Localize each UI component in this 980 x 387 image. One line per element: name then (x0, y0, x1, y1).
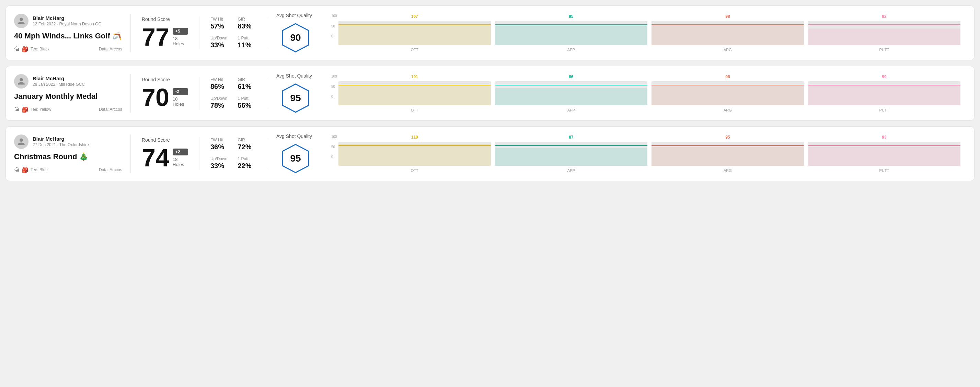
bag-icon: 🎒 (22, 167, 29, 173)
chart-axis-ott: OTT (411, 48, 418, 52)
chart-col-app: 95 APP (495, 14, 648, 52)
y-label-100: 100 (331, 135, 337, 139)
score-number: 74 (142, 146, 169, 170)
chart-bar-container-app (495, 81, 648, 105)
quality-score: 90 (290, 32, 301, 43)
tee-info: 🌤 🎒 Tee: Blue (14, 167, 48, 173)
footer-info: 🌤 🎒 Tee: Blue Data: Arccos (14, 167, 122, 173)
chart-y-labels: 100 50 0 (331, 14, 337, 38)
tee-info: 🌤 🎒 Tee: Yellow (14, 106, 51, 113)
fw-hit-value: 57% (210, 22, 230, 30)
chart-val-ott: 107 (411, 14, 418, 19)
chart-line-app (495, 24, 648, 25)
score-holes: 18 Holes (173, 36, 188, 46)
stats-section: FW Hit 86% GIR 61% Up/Down 78% 1 Putt 56… (199, 77, 268, 109)
quality-section: Avg Shot Quality 90 (268, 13, 323, 53)
chart-bar-container-ott (339, 21, 491, 45)
chart-axis-app: APP (567, 108, 575, 112)
chart-col-putt: 99 PUTT (808, 75, 961, 112)
chart-bar-fill-arg (652, 25, 804, 45)
chart-bar-bg-arg (652, 21, 804, 45)
y-label-100: 100 (331, 75, 337, 78)
quality-section: Avg Shot Quality 95 (268, 133, 323, 174)
chart-val-putt: 99 (882, 75, 886, 79)
user-name: Blair McHarg (33, 76, 85, 81)
chart-bar-fill-app (495, 88, 648, 105)
footer-info: 🌤 🎒 Tee: Black Data: Arccos (14, 46, 122, 52)
date-course: 29 Jan 2022 · Mill Ride GCC (33, 82, 85, 87)
score-holes: 18 Holes (173, 97, 188, 107)
fw-hit-stat: FW Hit 57% (210, 17, 230, 30)
updown-stat: Up/Down 78% (210, 96, 230, 109)
gir-value: 61% (238, 82, 257, 90)
score-badge: +5 (173, 28, 188, 35)
chart-bar-container-arg (652, 142, 804, 166)
chart-axis-putt: PUTT (880, 48, 889, 52)
chart-val-arg: 95 (725, 135, 730, 140)
chart-bar-fill-app (495, 148, 648, 166)
chart-bar-container-putt (808, 21, 961, 45)
footer-info: 🌤 🎒 Tee: Yellow Data: Arccos (14, 106, 122, 113)
chart-bar-fill-putt (808, 147, 961, 166)
chart-val-ott: 110 (411, 135, 418, 140)
chart-columns: 110 OTT 87 APP (339, 135, 961, 173)
putt1-value: 22% (238, 162, 257, 170)
user-name: Blair McHarg (33, 136, 89, 142)
data-source: Data: Arccos (99, 167, 122, 172)
chart-val-app: 86 (569, 75, 573, 79)
putt1-stat: 1 Putt 11% (238, 36, 257, 49)
round-card-round-3: Blair McHarg 27 Dec 2021 · The Oxfordshi… (5, 126, 975, 181)
left-section: Blair McHarg 12 Feb 2022 · Royal North D… (14, 14, 131, 52)
chart-axis-arg: ARG (724, 168, 732, 173)
chart-axis-arg: ARG (724, 48, 732, 52)
round-card-round-1: Blair McHarg 12 Feb 2022 · Royal North D… (5, 5, 975, 60)
chart-line-app (495, 85, 648, 86)
chart-val-ott: 101 (411, 75, 418, 79)
chart-axis-putt: PUTT (880, 168, 889, 173)
chart-col-arg: 98 ARG (652, 14, 804, 52)
quality-label: Avg Shot Quality (276, 133, 312, 139)
chart-col-putt: 82 PUTT (808, 14, 961, 52)
chart-bar-container-arg (652, 81, 804, 105)
chart-bar-fill-putt (808, 86, 961, 105)
chart-line-arg (652, 85, 804, 86)
chart-val-putt: 93 (882, 135, 886, 140)
updown-value: 33% (210, 162, 230, 170)
user-info: Blair McHarg 12 Feb 2022 · Royal North D… (14, 14, 122, 28)
chart-bar-container-app (495, 21, 648, 45)
quality-score: 95 (290, 153, 301, 164)
putt1-stat: 1 Putt 22% (238, 157, 257, 170)
chart-y-labels: 100 50 0 (331, 75, 337, 98)
y-label-0: 0 (331, 34, 337, 38)
chart-line-app (495, 145, 648, 146)
bag-icon: 🎒 (22, 106, 29, 113)
chart-bar-fill-ott (339, 85, 491, 105)
chart-line-ott (339, 145, 491, 146)
score-label: Round Score (142, 16, 188, 22)
chart-bar-fill-app (495, 26, 648, 45)
chart-bar-bg-app (495, 81, 648, 105)
bag-icon: 🎒 (22, 46, 29, 52)
chart-section: 100 50 0 110 OTT 87 (323, 135, 966, 173)
weather-icon: 🌤 (14, 106, 19, 113)
chart-col-arg: 96 ARG (652, 75, 804, 112)
score-section: Round Score 74 +2 18 Holes (131, 137, 199, 170)
chart-axis-ott: OTT (411, 108, 418, 112)
updown-stat: Up/Down 33% (210, 157, 230, 170)
y-label-100: 100 (331, 14, 337, 18)
chart-col-ott: 101 OTT (339, 75, 491, 112)
score-main: 70 -2 18 Holes (142, 85, 188, 110)
chart-area: 100 50 0 101 OTT 86 (331, 75, 961, 112)
gir-stat: GIR 83% (238, 17, 257, 30)
hexagon: 95 (280, 82, 311, 114)
chart-val-arg: 96 (725, 75, 730, 79)
chart-bar-container-putt (808, 81, 961, 105)
chart-bar-bg-app (495, 21, 648, 45)
y-label-50: 50 (331, 145, 337, 149)
user-info: Blair McHarg 27 Dec 2021 · The Oxfordshi… (14, 135, 122, 149)
chart-area: 100 50 0 107 OTT 95 (331, 14, 961, 52)
score-label: Round Score (142, 77, 188, 82)
score-holes: 18 Holes (173, 157, 188, 167)
chart-bar-container-arg (652, 21, 804, 45)
chart-bar-bg-app (495, 142, 648, 166)
